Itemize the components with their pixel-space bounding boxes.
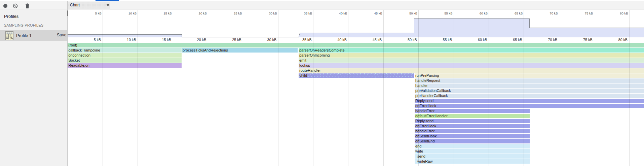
svg-text:%: % xyxy=(10,36,13,40)
